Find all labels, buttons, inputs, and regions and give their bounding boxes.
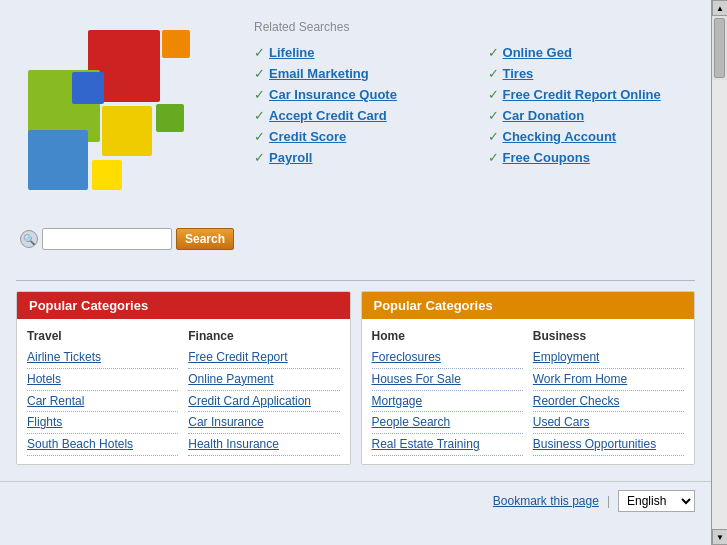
link-item-credit-score: ✓Credit Score — [254, 126, 457, 147]
links-col2: ✓Online Ged✓Tires✓Free Credit Report Onl… — [488, 42, 691, 168]
mosaic-yellow — [102, 106, 152, 156]
link-item-car-insurance-quote: ✓Car Insurance Quote — [254, 84, 457, 105]
logo-mosaic — [20, 20, 180, 220]
cat-link-reorder-checks[interactable]: Reorder Checks — [533, 391, 684, 413]
link-item-free-credit-report-online: ✓Free Credit Report Online — [488, 84, 691, 105]
search-button[interactable]: Search — [176, 228, 234, 250]
cat-right-col2-links: EmploymentWork From HomeReorder ChecksUs… — [533, 347, 684, 456]
mosaic-blue-small — [72, 72, 104, 104]
link-item-tires: ✓Tires — [488, 63, 691, 84]
link-item-lifeline: ✓Lifeline — [254, 42, 457, 63]
cat-right-col2-title: Business — [533, 329, 684, 343]
related-link-car-insurance-quote[interactable]: Car Insurance Quote — [269, 87, 397, 102]
cat-left-col2-links: Free Credit ReportOnline PaymentCredit C… — [188, 347, 339, 456]
link-item-online-ged: ✓Online Ged — [488, 42, 691, 63]
categories-right-box: Popular Categories Home ForeclosuresHous… — [361, 291, 696, 465]
scrollbar-up-btn[interactable]: ▲ — [712, 0, 727, 16]
link-item-email-marketing: ✓Email Marketing — [254, 63, 457, 84]
cat-link-health-insurance[interactable]: Health Insurance — [188, 434, 339, 456]
footer: Bookmark this page | EnglishEspañolFranç… — [0, 481, 711, 520]
related-link-credit-score[interactable]: Credit Score — [269, 129, 346, 144]
categories-right-body: Home ForeclosuresHouses For SaleMortgage… — [362, 319, 695, 464]
categories-left-box: Popular Categories Travel Airline Ticket… — [16, 291, 351, 465]
scrollbar-thumb[interactable] — [714, 18, 725, 78]
cat-link-online-payment[interactable]: Online Payment — [188, 369, 339, 391]
cat-link-airline-tickets[interactable]: Airline Tickets — [27, 347, 178, 369]
cat-right-col1-links: ForeclosuresHouses For SaleMortgagePeopl… — [372, 347, 523, 456]
check-icon: ✓ — [254, 129, 265, 144]
check-icon: ✓ — [488, 87, 499, 102]
cat-link-car-insurance[interactable]: Car Insurance — [188, 412, 339, 434]
cat-link-work-from-home[interactable]: Work From Home — [533, 369, 684, 391]
link-item-checking-account: ✓Checking Account — [488, 126, 691, 147]
check-icon: ✓ — [254, 45, 265, 60]
related-link-checking-account[interactable]: Checking Account — [503, 129, 617, 144]
categories-left-header: Popular Categories — [17, 292, 350, 319]
check-icon: ✓ — [488, 66, 499, 81]
mosaic-orange-top — [162, 30, 190, 58]
check-icon: ✓ — [254, 87, 265, 102]
footer-pipe: | — [607, 494, 610, 508]
link-item-accept-credit-card: ✓Accept Credit Card — [254, 105, 457, 126]
cat-link-free-credit-report[interactable]: Free Credit Report — [188, 347, 339, 369]
cat-link-hotels[interactable]: Hotels — [27, 369, 178, 391]
section-divider — [16, 280, 695, 281]
check-icon: ✓ — [254, 108, 265, 123]
related-link-payroll[interactable]: Payroll — [269, 150, 312, 165]
link-item-car-donation: ✓Car Donation — [488, 105, 691, 126]
language-select[interactable]: EnglishEspañolFrançaisDeutsch — [618, 490, 695, 512]
cat-link-mortgage[interactable]: Mortgage — [372, 391, 523, 413]
bookmark-link[interactable]: Bookmark this page — [493, 494, 599, 508]
related-link-lifeline[interactable]: Lifeline — [269, 45, 315, 60]
search-row: 🔍 Search — [20, 228, 234, 250]
cat-left-col1-links: Airline TicketsHotelsCar RentalFlightsSo… — [27, 347, 178, 456]
scrollbar-down-btn[interactable]: ▼ — [712, 529, 727, 545]
check-icon: ✓ — [488, 129, 499, 144]
cat-left-col2-title: Finance — [188, 329, 339, 343]
categories-right-header: Popular Categories — [362, 292, 695, 319]
mosaic-green-small — [156, 104, 184, 132]
scrollbar-rail — [712, 80, 727, 529]
cat-link-houses-for-sale[interactable]: Houses For Sale — [372, 369, 523, 391]
related-link-free-coupons[interactable]: Free Coupons — [503, 150, 590, 165]
related-link-accept-credit-card[interactable]: Accept Credit Card — [269, 108, 387, 123]
cat-link-people-search[interactable]: People Search — [372, 412, 523, 434]
check-icon: ✓ — [488, 45, 499, 60]
related-link-tires[interactable]: Tires — [503, 66, 534, 81]
related-link-free-credit-report-online[interactable]: Free Credit Report Online — [503, 87, 661, 102]
cat-link-flights[interactable]: Flights — [27, 412, 178, 434]
cat-link-south-beach-hotels[interactable]: South Beach Hotels — [27, 434, 178, 456]
cat-right-col1-title: Home — [372, 329, 523, 343]
cat-link-car-rental[interactable]: Car Rental — [27, 391, 178, 413]
related-searches-title: Related Searches — [254, 20, 691, 34]
links-col1: ✓Lifeline✓Email Marketing✓Car Insurance … — [254, 42, 457, 168]
check-icon: ✓ — [488, 150, 499, 165]
search-icon: 🔍 — [20, 230, 38, 248]
related-link-email-marketing[interactable]: Email Marketing — [269, 66, 369, 81]
cat-link-real-estate-training[interactable]: Real Estate Training — [372, 434, 523, 456]
scrollbar[interactable]: ▲ ▼ — [711, 0, 727, 545]
check-icon: ✓ — [254, 150, 265, 165]
cat-link-business-opportunities[interactable]: Business Opportunities — [533, 434, 684, 456]
mosaic-yellow-small — [92, 160, 122, 190]
link-item-free-coupons: ✓Free Coupons — [488, 147, 691, 168]
categories-section: Popular Categories Travel Airline Ticket… — [0, 291, 711, 481]
mosaic-blue-large — [28, 130, 88, 190]
related-link-online-ged[interactable]: Online Ged — [503, 45, 572, 60]
check-icon: ✓ — [254, 66, 265, 81]
cat-link-credit-card-application[interactable]: Credit Card Application — [188, 391, 339, 413]
links-grid: ✓Lifeline✓Email Marketing✓Car Insurance … — [254, 42, 691, 168]
cat-link-used-cars[interactable]: Used Cars — [533, 412, 684, 434]
search-input[interactable] — [42, 228, 172, 250]
related-searches-section: Related Searches ✓Lifeline✓Email Marketi… — [254, 20, 691, 168]
link-item-payroll: ✓Payroll — [254, 147, 457, 168]
related-link-car-donation[interactable]: Car Donation — [503, 108, 585, 123]
cat-link-employment[interactable]: Employment — [533, 347, 684, 369]
cat-left-col1-title: Travel — [27, 329, 178, 343]
check-icon: ✓ — [488, 108, 499, 123]
cat-link-foreclosures[interactable]: Foreclosures — [372, 347, 523, 369]
categories-left-body: Travel Airline TicketsHotelsCar RentalFl… — [17, 319, 350, 464]
